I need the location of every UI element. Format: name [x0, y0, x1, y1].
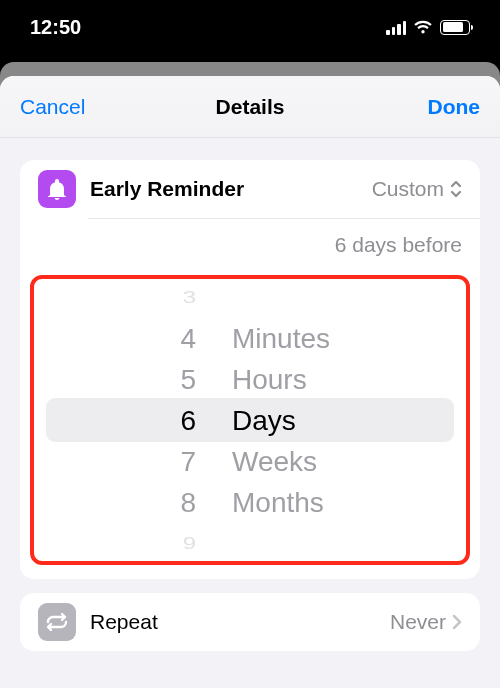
- picker-number-option[interactable]: 3: [183, 283, 196, 312]
- repeat-icon: [38, 603, 76, 641]
- repeat-card: Repeat Never: [20, 593, 480, 651]
- picker-unit-option[interactable]: Weeks: [232, 441, 317, 482]
- picker-number-option[interactable]: 7: [180, 441, 196, 482]
- battery-icon: [440, 20, 470, 35]
- picker-number-column[interactable]: 3 4 5 6 7 8 9: [34, 279, 222, 561]
- bell-icon: [38, 170, 76, 208]
- early-reminder-label: Early Reminder: [90, 177, 358, 201]
- page-title: Details: [216, 95, 285, 119]
- status-bar: 12:50: [0, 0, 500, 62]
- repeat-label: Repeat: [90, 610, 376, 634]
- early-reminder-card: Early Reminder Custom 6 days before 3 4 …: [20, 160, 480, 579]
- cellular-signal-icon: [386, 20, 406, 35]
- early-reminder-summary: 6 days before: [20, 219, 480, 271]
- picker-unit-option[interactable]: Hours: [232, 359, 307, 400]
- cancel-button[interactable]: Cancel: [20, 95, 100, 119]
- repeat-value: Never: [390, 610, 462, 634]
- picker-number-option[interactable]: 8: [180, 482, 196, 523]
- picker-number-option[interactable]: 4: [180, 318, 196, 359]
- picker-number-option[interactable]: 9: [183, 529, 196, 558]
- early-reminder-row[interactable]: Early Reminder Custom: [20, 160, 480, 218]
- wifi-icon: [413, 20, 433, 35]
- repeat-row[interactable]: Repeat Never: [20, 593, 480, 651]
- picker-unit-option[interactable]: Minutes: [232, 318, 330, 359]
- picker-number-option[interactable]: 5: [180, 359, 196, 400]
- updown-icon: [450, 180, 462, 198]
- status-icons: [386, 20, 470, 35]
- picker-unit-column[interactable]: Minutes Hours Days Weeks Months: [222, 279, 466, 561]
- picker-unit-option[interactable]: Months: [232, 482, 324, 523]
- picker-unit-option-selected[interactable]: Days: [232, 400, 296, 441]
- details-sheet: Cancel Details Done Early Reminder Custo…: [0, 76, 500, 688]
- status-time: 12:50: [30, 16, 81, 39]
- chevron-right-icon: [452, 614, 462, 630]
- time-picker[interactable]: 3 4 5 6 7 8 9 Minutes Hours Days Weeks M…: [30, 275, 470, 565]
- repeat-value-text: Never: [390, 610, 446, 634]
- done-button[interactable]: Done: [400, 95, 480, 119]
- early-reminder-value[interactable]: Custom: [372, 177, 462, 201]
- nav-bar: Cancel Details Done: [0, 76, 500, 138]
- early-reminder-value-text: Custom: [372, 177, 444, 201]
- picker-number-option-selected[interactable]: 6: [180, 400, 196, 441]
